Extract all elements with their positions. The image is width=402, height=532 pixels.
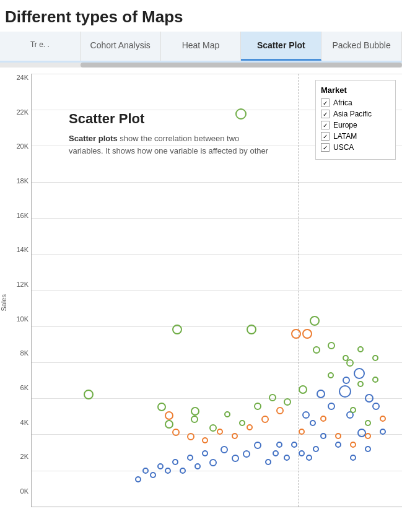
scatter-plot-area: Scatter Plot Scatter plots show the corr… [31,74,402,507]
legend-item-europe: ✓ Europe [321,121,390,129]
y-axis: Sales 24K 22K 20K 18K 16K 14K 12K 10K 8K… [0,74,31,507]
tab-heatmap[interactable]: Heat Map [161,32,242,61]
legend-item-usca: ✓ USCA [321,143,390,152]
scatter-chart-title: Scatter Plot [69,111,144,127]
y-axis-label-text: Sales [0,294,7,312]
tab-tr[interactable]: Tr e. . [0,32,81,61]
chart-wrapper: Sales 24K 22K 20K 18K 16K 14K 12K 10K 8K… [0,68,402,507]
reference-line [299,74,299,507]
scatter-chart-description: Scatter plots show the correlation betwe… [69,133,273,157]
legend-checkbox-asiapacific[interactable]: ✓ [321,110,330,118]
tabs-bar: Tr e. . Cohort Analysis Heat Map Scatter… [0,32,402,63]
tab-scatter[interactable]: Scatter Plot [241,32,321,61]
chart-legend: Market ✓ Africa ✓ Asia Pacific ✓ Europe … [315,80,396,160]
legend-title: Market [321,85,390,95]
legend-item-africa: ✓ Africa [321,98,390,107]
horizontal-scrollbar[interactable] [0,63,402,68]
legend-checkbox-latam[interactable]: ✓ [321,132,330,141]
legend-checkbox-africa[interactable]: ✓ [321,98,330,107]
page-title: Different types of Maps [0,0,402,32]
legend-checkbox-europe[interactable]: ✓ [321,121,330,129]
tab-cohort[interactable]: Cohort Analysis [81,32,161,61]
chart-area: Sales 24K 22K 20K 18K 16K 14K 12K 10K 8K… [0,68,402,507]
legend-checkbox-usca[interactable]: ✓ [321,143,330,152]
legend-item-asiapacific: ✓ Asia Pacific [321,110,390,118]
legend-item-latam: ✓ LATAM [321,132,390,141]
tab-bubble[interactable]: Packed Bubble [321,32,402,61]
